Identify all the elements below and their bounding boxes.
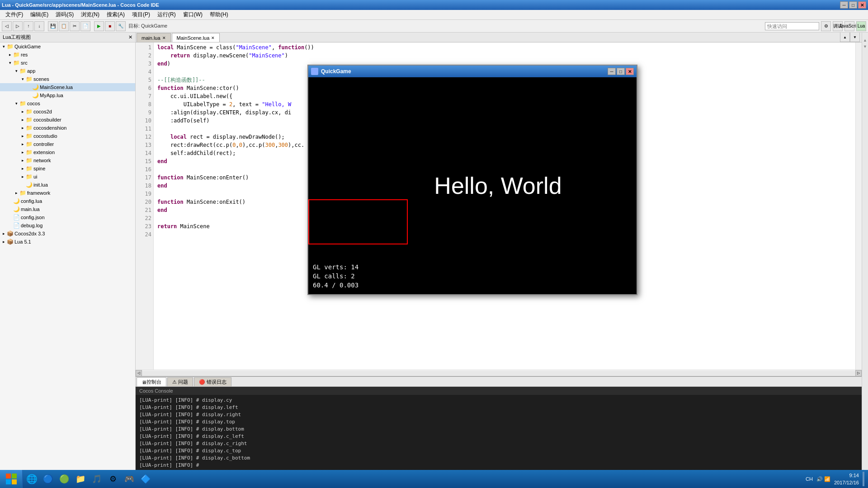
tree-item-cocos2d[interactable]: ▸ 📁 cocos2d xyxy=(0,108,135,116)
tb-lua-btn[interactable]: Lua xyxy=(856,21,866,31)
tb-btn-4[interactable]: ↓ xyxy=(34,21,44,31)
gl-verts-value: 14 xyxy=(351,263,359,271)
tb-btn-run[interactable]: ▶ xyxy=(94,21,104,31)
taskbar-ie-icon[interactable]: 🌐 xyxy=(24,472,39,486)
taskbar-browser-icon[interactable]: 🔵 xyxy=(41,472,55,486)
tree-item-cocostudio[interactable]: ▸ 📁 cocostudio xyxy=(0,132,135,140)
tb-js-btn[interactable]: JavaScript xyxy=(844,21,854,31)
show-desktop-btn[interactable] xyxy=(863,472,864,486)
tree-item-controller[interactable]: ▸ 📁 controller xyxy=(0,140,135,148)
tb-btn-6[interactable]: ✂ xyxy=(70,21,80,31)
svg-rect-0 xyxy=(6,474,11,479)
tab-console[interactable]: 🖥 控制台 xyxy=(137,377,166,386)
menu-browse[interactable]: 浏览(N) xyxy=(77,10,103,19)
tab-error-log[interactable]: 🔴 错误日志 xyxy=(194,377,231,386)
tree-item-main-lua[interactable]: 🌙 main.lua xyxy=(0,205,135,213)
tab-main-lua[interactable]: main.lua ✕ xyxy=(137,33,171,42)
clock[interactable]: 9:14 2017/12/16 xyxy=(834,472,859,486)
tree-item-mainscene-lua[interactable]: 🌙 MainScene.lua xyxy=(0,83,135,91)
close-button[interactable]: ✕ xyxy=(858,1,866,9)
tab-problems[interactable]: ⚠ 问题 xyxy=(167,377,193,386)
qg-minimize-button[interactable]: ─ xyxy=(608,68,616,75)
taskbar-folder-icon[interactable]: 📁 xyxy=(73,472,88,486)
tree-item-ui[interactable]: ▸ 📁 ui xyxy=(0,173,135,181)
menu-window[interactable]: 窗口(W) xyxy=(179,10,206,19)
menu-run[interactable]: 运行(R) xyxy=(154,10,179,19)
target-label: 目标: QuickGame xyxy=(128,23,167,29)
svg-rect-1 xyxy=(12,474,17,479)
minimize-button[interactable]: ─ xyxy=(840,1,848,9)
tree-item-cocosdenshion[interactable]: ▸ 📁 cocosdenshion xyxy=(0,124,135,132)
code-vscroll[interactable] xyxy=(855,42,862,370)
menu-file[interactable]: 文件(F) xyxy=(2,10,27,19)
tree-item-app[interactable]: ▾ 📁 app xyxy=(0,67,135,75)
tab-mainscene-lua[interactable]: MainScene.lua ✕ xyxy=(172,33,220,42)
tree-item-myapp-lua[interactable]: 🌙 MyApp.lua xyxy=(0,91,135,99)
console-line: [LUA-print] [INFO] # display.c_bottom xyxy=(139,455,858,462)
qg-maximize-button[interactable]: □ xyxy=(617,68,625,75)
tb-btn-7[interactable]: 📄 xyxy=(80,21,90,31)
tree-item-spine[interactable]: ▸ 📁 spine xyxy=(0,164,135,173)
qg-titlebar[interactable]: QuickGame ─ □ ✕ xyxy=(308,66,637,77)
menu-edit[interactable]: 编辑(E) xyxy=(27,10,52,19)
code-hscrollbar[interactable]: ◁ ▷ xyxy=(136,370,862,376)
tabs-bar: main.lua ✕ MainScene.lua ✕ ▲ ▼ xyxy=(136,33,862,42)
menu-project[interactable]: 项目(P) xyxy=(128,10,154,19)
taskbar-media-icon[interactable]: 🎵 xyxy=(90,472,104,486)
tree-item-lua51[interactable]: ▸ 📦 Lua 5.1 xyxy=(0,238,135,246)
tab-mainscene-lua-close[interactable]: ✕ xyxy=(211,36,215,40)
tree-item-debug-log[interactable]: 📄 debug.log xyxy=(0,221,135,230)
tree-item-cocos2dx[interactable]: ▸ 📦 Cocos2dx 3.3 xyxy=(0,230,135,238)
taskbar-app3-icon[interactable]: 🔷 xyxy=(138,472,153,486)
tb-btn-save[interactable]: 💾 xyxy=(48,21,58,31)
qg-title-left: QuickGame xyxy=(311,68,351,75)
qg-buttons: ─ □ ✕ xyxy=(608,68,634,75)
tree-item-src[interactable]: ▾ 📁 src xyxy=(0,59,135,67)
tree-item-init-lua[interactable]: 🌙 init.lua xyxy=(0,181,135,189)
start-button[interactable] xyxy=(0,470,23,488)
tb-settings-btn[interactable]: ⚙ xyxy=(821,21,831,31)
quickgame-window: QuickGame ─ □ ✕ Hello, World GL verts: 1… xyxy=(307,65,637,295)
tb-btn-2[interactable]: ▷ xyxy=(13,21,23,31)
tree-item-res[interactable]: ▸ 📁 res xyxy=(0,51,135,59)
menu-help[interactable]: 帮助(H) xyxy=(206,10,232,19)
menu-source[interactable]: 源码(S) xyxy=(52,10,77,19)
scroll-right-btn[interactable]: ▷ xyxy=(855,370,862,376)
taskbar-app2-icon[interactable]: 🎮 xyxy=(122,472,137,486)
sidebar-close-icon[interactable]: ✕ xyxy=(128,34,132,40)
tab-main-lua-close[interactable]: ✕ xyxy=(162,36,166,40)
console-header-label: Cocos Console xyxy=(139,388,173,394)
tree-item-framework[interactable]: ▸ 📁 framework xyxy=(0,189,135,197)
gl-calls-line: GL calls: 2 xyxy=(313,272,359,281)
minimap-label: ▼ xyxy=(863,44,868,49)
tree-item-cocosbuilder[interactable]: ▸ 📁 cocosbuilder xyxy=(0,116,135,124)
gl-calls-value: 2 xyxy=(351,272,354,280)
system-tray-ch: CH xyxy=(806,476,813,482)
tree-item-cocos[interactable]: ▾ 📁 cocos xyxy=(0,99,135,108)
menu-search[interactable]: 搜索(A) xyxy=(103,10,128,19)
tree-item-config-lua[interactable]: 🌙 config.lua xyxy=(0,197,135,205)
tb-btn-1[interactable]: ◁ xyxy=(2,21,12,31)
tb-btn-3[interactable]: ↑ xyxy=(24,21,33,31)
editor-scroll-up[interactable]: ▲ xyxy=(840,33,850,42)
taskbar-chrome-icon[interactable]: 🟢 xyxy=(57,472,71,486)
editor-scroll-down[interactable]: ▼ xyxy=(850,33,860,42)
tb-btn-5[interactable]: 📋 xyxy=(59,21,69,31)
tree-item-extension[interactable]: ▸ 📁 extension xyxy=(0,148,135,156)
tree-item-network[interactable]: ▸ 📁 network xyxy=(0,156,135,164)
console-line: [LUA-print] [INFO] # display.c_top xyxy=(139,447,858,455)
clock-time: 9:14 xyxy=(834,472,859,479)
tree-item-config-json[interactable]: 📄 config.json xyxy=(0,213,135,221)
tree-root-quickgame[interactable]: ▾ 📁 QuickGame xyxy=(0,42,135,51)
title-bar: Lua - QuickGame/src/app/scenes/MainScene… xyxy=(0,0,868,10)
quick-access-input[interactable] xyxy=(765,22,819,30)
tb-btn-stop[interactable]: ■ xyxy=(105,21,115,31)
fps-line: 60.4 / 0.003 xyxy=(313,281,359,290)
tree-item-scenes[interactable]: ▾ 📁 scenes xyxy=(0,75,135,83)
qg-close-button[interactable]: ✕ xyxy=(626,68,634,75)
console-content[interactable]: [LUA-print] [INFO] # display.cy [LUA-pri… xyxy=(136,395,862,475)
taskbar-app1-icon[interactable]: ⚙ xyxy=(106,472,120,486)
maximize-button[interactable]: □ xyxy=(849,1,857,9)
scroll-left-btn[interactable]: ◁ xyxy=(136,370,142,376)
tb-btn-debug[interactable]: 🔧 xyxy=(116,21,126,31)
